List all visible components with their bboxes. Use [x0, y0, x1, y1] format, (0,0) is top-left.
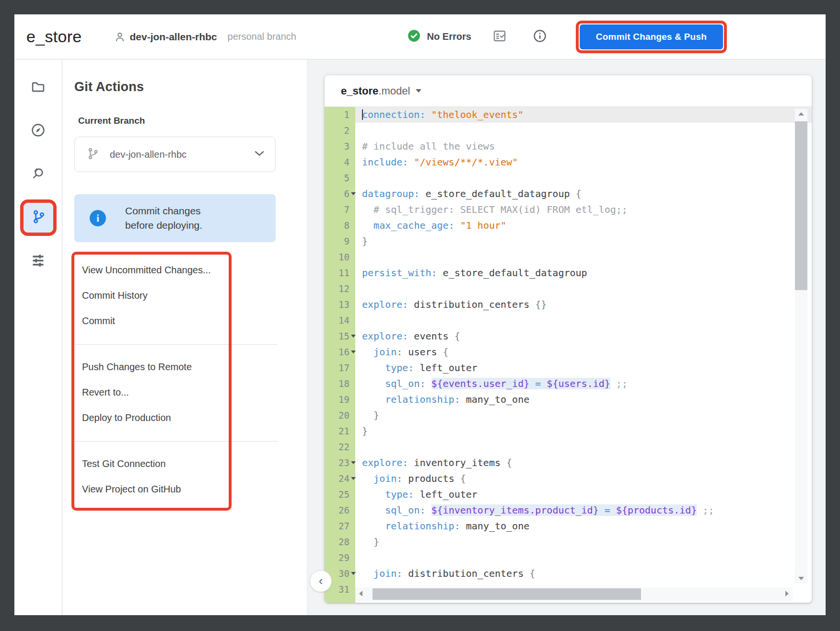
vertical-scrollbar[interactable] — [795, 109, 807, 584]
code-line[interactable]: 29 — [325, 550, 812, 566]
code-line[interactable]: 6datagroup: e_store_default_datagroup { — [325, 186, 812, 202]
code-line[interactable]: 8 max_cache_age: "1 hour" — [325, 218, 812, 234]
code-line[interactable]: 24 join: products { — [325, 471, 812, 487]
code-line[interactable]: 18 sql_on: ${events.user_id} = ${users.i… — [325, 376, 812, 392]
sidebar-item-settings[interactable] — [29, 254, 48, 269]
commit-changes-push-button[interactable]: Commit Changes & Push — [580, 24, 723, 49]
info-icon: i — [90, 210, 106, 226]
file-name[interactable]: e_store.model — [341, 85, 410, 97]
code-line[interactable]: 21} — [325, 423, 812, 439]
git-menu-item[interactable]: Commit — [74, 308, 278, 334]
code-line[interactable]: 19 relationship: many_to_one — [325, 392, 812, 408]
tune-icon — [31, 253, 46, 270]
code-area[interactable]: 1connection: "thelook_events"23# include… — [325, 107, 812, 603]
git-menu-item[interactable]: Test Git Connection — [74, 451, 278, 477]
sidebar-item-git-actions[interactable] — [23, 203, 53, 233]
looker-ide-window: e_store dev-jon-allen-rhbc personal bran… — [14, 14, 826, 615]
branch-dropdown[interactable]: dev-jon-allen-rhbc — [74, 137, 276, 172]
code-line[interactable]: 11persist_with: e_store_default_datagrou… — [325, 265, 812, 281]
person-icon — [114, 31, 126, 43]
fold-arrow-icon[interactable] — [351, 572, 356, 575]
fold-arrow-icon[interactable] — [351, 192, 356, 195]
scroll-left-icon[interactable] — [359, 591, 362, 596]
code-line[interactable]: 7 # sql_trigger: SELECT MAX(id) FROM etl… — [325, 202, 812, 218]
line-number: 3 — [325, 139, 355, 154]
line-content — [355, 281, 812, 297]
info-banner: i Commit changes before deploying. — [74, 194, 276, 242]
validate-lookml-button[interactable] — [492, 29, 507, 45]
collapse-panel-button[interactable]: ‹ — [310, 570, 332, 592]
line-number: 26 — [325, 502, 355, 518]
git-menu-item[interactable]: View Project on GitHub — [74, 477, 278, 502]
code-line[interactable]: 1connection: "thelook_events" — [325, 107, 812, 123]
line-number: 22 — [325, 439, 355, 455]
code-line[interactable]: 10 — [325, 249, 812, 265]
annotation-box-commit-button: Commit Changes & Push — [576, 21, 727, 53]
line-content: explore: inventory_items { — [355, 455, 812, 471]
code-line[interactable]: 12 — [325, 281, 812, 297]
line-number: 4 — [325, 154, 355, 170]
fold-arrow-icon[interactable] — [351, 461, 356, 464]
code-line[interactable]: 4include: "/views/**/*.view" — [325, 154, 812, 170]
code-line[interactable]: 9} — [325, 234, 812, 249]
fact-check-icon — [492, 29, 507, 45]
line-number: 9 — [325, 234, 355, 249]
git-menu-item[interactable]: Push Changes to Remote — [74, 354, 278, 380]
code-line[interactable]: 27 relationship: many_to_one — [325, 518, 812, 534]
git-menu-item[interactable]: Deploy to Production — [74, 405, 278, 431]
fold-arrow-icon[interactable] — [351, 477, 356, 480]
line-content: type: left_outer — [355, 360, 812, 376]
panel-title: Git Actions — [74, 80, 307, 94]
info-button[interactable] — [533, 29, 547, 45]
header-branch-type: personal branch — [228, 31, 296, 42]
project-title: e_store — [26, 27, 82, 46]
line-content — [355, 170, 812, 186]
line-content: explore: events { — [355, 328, 812, 344]
sidebar-item-file-browser[interactable] — [29, 81, 48, 95]
header-actions: No Errors — [408, 21, 826, 53]
code-line[interactable]: 15explore: events { — [325, 328, 812, 344]
line-number: 7 — [325, 202, 355, 218]
git-menu-item[interactable]: Revert to... — [74, 380, 278, 405]
code-line[interactable]: 16 join: users { — [325, 344, 812, 360]
validation-status: No Errors — [408, 29, 471, 44]
code-line[interactable]: 13explore: distribution_centers {} — [325, 297, 812, 313]
scroll-right-icon[interactable] — [785, 591, 789, 596]
code-line[interactable]: 20 } — [325, 408, 812, 423]
line-content: relationship: many_to_one — [355, 392, 812, 408]
sidebar-item-find-replace[interactable] — [29, 167, 48, 181]
code-line[interactable]: 17 type: left_outer — [325, 360, 812, 376]
git-actions-panel: Git Actions Current Branch dev-jon-allen… — [62, 59, 307, 615]
fold-arrow-icon[interactable] — [351, 335, 356, 338]
git-menu-item[interactable]: View Uncommitted Changes... — [74, 257, 278, 283]
line-number: 20 — [325, 408, 355, 423]
code-line[interactable]: 26 sql_on: ${inventory_items.product_id}… — [325, 502, 812, 518]
code-line[interactable]: 25 type: left_outer — [325, 487, 812, 502]
git-branch-icon — [31, 209, 46, 226]
line-content: connection: "thelook_events" — [355, 107, 812, 123]
menu-divider — [74, 441, 278, 442]
line-number: 19 — [325, 392, 355, 408]
annotation-box-git-icon — [20, 199, 57, 236]
line-number: 18 — [325, 376, 355, 392]
git-menu-item[interactable]: Commit History — [74, 283, 278, 308]
code-line[interactable]: 28 } — [325, 534, 812, 550]
code-line[interactable]: 30 join: distribution_centers { — [325, 566, 812, 582]
line-number: 15 — [325, 328, 355, 344]
file-dropdown-caret-icon[interactable] — [416, 89, 421, 93]
git-menu: View Uncommitted Changes...Commit Histor… — [74, 252, 278, 511]
scroll-down-icon[interactable] — [798, 577, 804, 580]
horizontal-scrollbar[interactable] — [355, 587, 793, 601]
code-line[interactable]: 14 — [325, 313, 812, 328]
code-line[interactable]: 22 — [325, 439, 812, 455]
line-content: join: products { — [355, 471, 812, 487]
code-line[interactable]: 23explore: inventory_items { — [325, 455, 812, 471]
code-line[interactable]: 3# include all the views — [325, 139, 812, 154]
fold-arrow-icon[interactable] — [351, 351, 356, 353]
horizontal-scrollbar-thumb[interactable] — [373, 588, 641, 600]
scroll-up-icon[interactable] — [798, 112, 804, 116]
sidebar-item-object-browser[interactable] — [29, 124, 48, 138]
code-line[interactable]: 2 — [325, 123, 812, 139]
code-line[interactable]: 5 — [325, 170, 812, 186]
vertical-scrollbar-thumb[interactable] — [795, 121, 807, 290]
